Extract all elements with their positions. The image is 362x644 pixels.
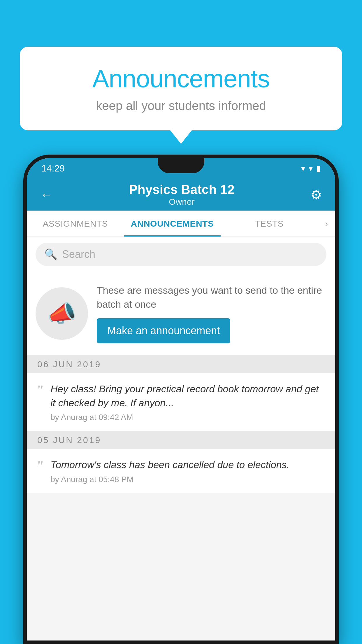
speech-bubble-title: Announcements (43, 64, 319, 93)
promo-content: These are messages you want to send to t… (97, 284, 326, 343)
quote-icon-2: " (37, 459, 43, 484)
app-bar-title: Physics Batch 12 (56, 182, 307, 197)
date-separator-2: 05 JUN 2019 (27, 431, 335, 449)
battery-icon: ▮ (316, 164, 321, 173)
date-separator-1: 06 JUN 2019 (27, 355, 335, 373)
tab-more[interactable]: › (318, 219, 335, 229)
announcement-item-1[interactable]: " Hey class! Bring your practical record… (27, 373, 335, 431)
announcement-meta-1: by Anurag at 09:42 AM (50, 413, 325, 422)
phone-frame: 14:29 ▾ ▾ ▮ ← Physics Batch 12 Owner ⚙ A… (23, 155, 339, 644)
tab-tests[interactable]: TESTS (221, 211, 318, 237)
wifi-icon: ▾ (301, 164, 305, 173)
app-bar-subtitle: Owner (56, 197, 307, 207)
app-bar-title-container: Physics Batch 12 Owner (56, 182, 307, 207)
speech-bubble-container: Announcements keep all your students inf… (20, 47, 342, 130)
announcement-text-2: Tomorrow's class has been cancelled due … (50, 458, 325, 472)
app-bar: ← Physics Batch 12 Owner ⚙ (27, 178, 335, 211)
promo-description: These are messages you want to send to t… (97, 284, 326, 311)
notch (158, 158, 204, 173)
announcement-text-1: Hey class! Bring your practical record b… (50, 382, 325, 410)
tab-assignments[interactable]: ASSIGNMENTS (27, 211, 124, 237)
announcement-promo: 📣 These are messages you want to send to… (27, 272, 335, 355)
signal-icon: ▾ (309, 164, 313, 173)
announcement-item-2[interactable]: " Tomorrow's class has been cancelled du… (27, 449, 335, 493)
tab-announcements[interactable]: ANNOUNCEMENTS (124, 211, 221, 237)
content-area: 🔍 Search 📣 These are messages you want t… (27, 237, 335, 493)
megaphone-circle: 📣 (36, 287, 88, 340)
search-bar[interactable]: 🔍 Search (36, 243, 326, 266)
tabs-container: ASSIGNMENTS ANNOUNCEMENTS TESTS › (27, 211, 335, 237)
megaphone-icon: 📣 (47, 300, 76, 327)
search-input-placeholder[interactable]: Search (62, 248, 95, 260)
make-announcement-button[interactable]: Make an announcement (97, 318, 230, 343)
speech-bubble-subtitle: keep all your students informed (43, 99, 319, 113)
settings-button[interactable]: ⚙ (307, 184, 325, 205)
quote-icon-1: " (37, 383, 43, 422)
search-bar-container: 🔍 Search (27, 237, 335, 272)
announcement-content-2: Tomorrow's class has been cancelled due … (50, 458, 325, 484)
speech-bubble: Announcements keep all your students inf… (20, 47, 342, 130)
search-icon: 🔍 (44, 248, 57, 260)
status-time: 14:29 (41, 163, 65, 174)
phone-inner: 14:29 ▾ ▾ ▮ ← Physics Batch 12 Owner ⚙ A… (27, 158, 335, 640)
status-icons: ▾ ▾ ▮ (301, 164, 321, 173)
status-bar: 14:29 ▾ ▾ ▮ (27, 158, 335, 178)
announcement-content-1: Hey class! Bring your practical record b… (50, 382, 325, 422)
back-button[interactable]: ← (37, 184, 56, 205)
announcement-meta-2: by Anurag at 05:48 PM (50, 475, 325, 484)
